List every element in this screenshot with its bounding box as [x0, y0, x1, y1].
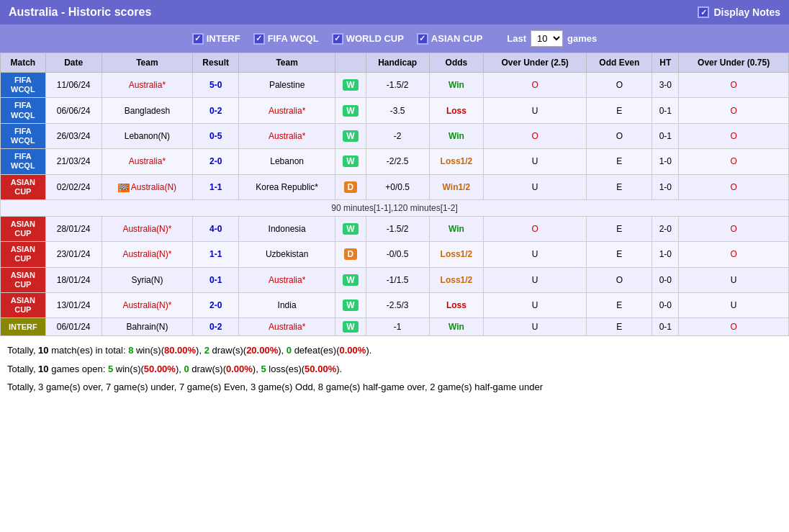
filter-interf[interactable]: ✓ INTERF: [192, 33, 240, 45]
ht-cell: 0-1: [652, 123, 679, 148]
col-match: Match: [1, 53, 46, 73]
handicap-cell: +0/0.5: [366, 174, 429, 199]
ht-cell: 0-0: [652, 293, 679, 318]
ou075-cell: O: [679, 242, 789, 267]
oe-cell: E: [587, 318, 652, 336]
filter-world-cup[interactable]: ✓ WORLD CUP: [332, 33, 404, 45]
odds-cell: Win1/2: [429, 174, 483, 199]
world-cup-label: WORLD CUP: [346, 33, 404, 44]
summary-section: Totally, 10 match(es) in total: 8 win(s)…: [0, 336, 789, 402]
odds-cell: Win: [429, 123, 483, 148]
team1-cell[interactable]: Australia*: [102, 73, 193, 98]
team2-cell[interactable]: Uzbekistan: [239, 242, 335, 267]
ht-cell: 1-0: [652, 149, 679, 174]
world-cup-checkbox[interactable]: ✓: [332, 33, 343, 45]
handicap-cell: -1: [366, 318, 429, 336]
handicap-cell: -1.5/2: [366, 73, 429, 98]
odds-cell: Loss: [429, 98, 483, 123]
oe-cell: E: [587, 242, 652, 267]
handicap-cell: -3.5: [366, 98, 429, 123]
team2-cell[interactable]: Lebanon: [239, 149, 335, 174]
team2-cell[interactable]: Australia*: [239, 318, 335, 336]
match-type-cell: ASIAN CUP: [1, 267, 46, 292]
col-ou075: Over Under (0.75): [679, 53, 789, 73]
filter-asian-cup[interactable]: ✓ ASIAN CUP: [417, 33, 483, 45]
scores-table: Match Date Team Result Team Handicap Odd…: [0, 53, 789, 336]
team1-cell[interactable]: Bangladesh: [102, 98, 193, 123]
oe-cell: O: [587, 123, 652, 148]
header-bar: Australia - Historic scores ✓ Display No…: [0, 0, 789, 24]
wdl-cell: W: [335, 293, 366, 318]
last-label: Last: [507, 33, 526, 44]
match-type-cell: ASIAN CUP: [1, 293, 46, 318]
team1-cell[interactable]: Australia(N)*: [102, 293, 193, 318]
team2-cell[interactable]: India: [239, 293, 335, 318]
team2-cell[interactable]: Palestine: [239, 73, 335, 98]
display-notes-checkbox[interactable]: ✓: [698, 6, 709, 18]
oe-cell: E: [587, 98, 652, 123]
ou25-cell: U: [484, 149, 587, 174]
filter-bar: ✓ INTERF ✓ FIFA WCQL ✓ WORLD CUP ✓ ASIAN…: [0, 24, 789, 53]
team2-cell[interactable]: Korea Republic*: [239, 174, 335, 199]
result-cell[interactable]: 4-0: [193, 216, 239, 241]
team2-cell[interactable]: Australia*: [239, 123, 335, 148]
result-cell[interactable]: 2-0: [193, 293, 239, 318]
games-label: games: [567, 33, 597, 44]
team2-cell[interactable]: Australia*: [239, 98, 335, 123]
display-notes-label: Display Notes: [713, 6, 780, 18]
team1-cell[interactable]: Bahrain(N): [102, 318, 193, 336]
ou25-cell: U: [484, 242, 587, 267]
ou25-cell: O: [484, 216, 587, 241]
fifa-wcql-checkbox[interactable]: ✓: [253, 33, 265, 45]
display-notes-toggle[interactable]: ✓ Display Notes: [698, 6, 780, 18]
team1-cell[interactable]: Australia(N)*: [102, 216, 193, 241]
result-cell[interactable]: 0-5: [193, 123, 239, 148]
filter-fifa-wcql[interactable]: ✓ FIFA WCQL: [253, 33, 319, 45]
table-row: FIFA WCQL21/03/24Australia*2-0LebanonW-2…: [1, 149, 789, 174]
team1-cell[interactable]: Australia*: [102, 149, 193, 174]
ht-cell: 1-0: [652, 242, 679, 267]
team2-cell[interactable]: Indonesia: [239, 216, 335, 241]
result-cell[interactable]: 0-1: [193, 267, 239, 292]
ht-cell: 0-0: [652, 267, 679, 292]
match-type-cell: ASIAN CUP: [1, 174, 46, 199]
odds-cell: Loss: [429, 293, 483, 318]
col-date: Date: [45, 53, 102, 73]
team1-cell[interactable]: Lebanon(N): [102, 123, 193, 148]
date-cell: 06/01/24: [45, 318, 102, 336]
summary-line3: Totally, 3 game(s) over, 7 game(s) under…: [7, 379, 782, 395]
result-cell[interactable]: 5-0: [193, 73, 239, 98]
note-row: 90 minutes[1-1],120 minutes[1-2]: [1, 199, 789, 216]
last-games-select[interactable]: 10 20 30: [531, 30, 563, 47]
asian-cup-label: ASIAN CUP: [431, 33, 483, 44]
result-cell[interactable]: 0-2: [193, 98, 239, 123]
result-cell[interactable]: 0-2: [193, 318, 239, 336]
col-team1: Team: [102, 53, 193, 73]
match-type-cell: FIFA WCQL: [1, 98, 46, 123]
team1-cell[interactable]: 🏁Australia(N): [102, 174, 193, 199]
table-row: ASIAN CUP23/01/24Australia(N)*1-1Uzbekis…: [1, 242, 789, 267]
ou075-cell: U: [679, 293, 789, 318]
handicap-cell: -2: [366, 123, 429, 148]
odds-cell: Win: [429, 216, 483, 241]
asian-cup-checkbox[interactable]: ✓: [417, 33, 428, 45]
result-cell[interactable]: 1-1: [193, 174, 239, 199]
col-handicap: Handicap: [366, 53, 429, 73]
wdl-cell: W: [335, 123, 366, 148]
oe-cell: E: [587, 293, 652, 318]
team2-cell[interactable]: Australia*: [239, 267, 335, 292]
match-type-cell: FIFA WCQL: [1, 73, 46, 98]
interf-checkbox[interactable]: ✓: [192, 33, 204, 45]
col-oe: Odd Even: [587, 53, 652, 73]
ou075-cell: O: [679, 174, 789, 199]
wdl-cell: W: [335, 73, 366, 98]
ht-cell: 2-0: [652, 216, 679, 241]
table-row: ASIAN CUP02/02/24🏁Australia(N)1-1Korea R…: [1, 174, 789, 199]
table-row: INTERF06/01/24Bahrain(N)0-2Australia*W-1…: [1, 318, 789, 336]
team1-cell[interactable]: Australia(N)*: [102, 242, 193, 267]
result-cell[interactable]: 2-0: [193, 149, 239, 174]
match-type-cell: INTERF: [1, 318, 46, 336]
result-cell[interactable]: 1-1: [193, 242, 239, 267]
team1-cell[interactable]: Syria(N): [102, 267, 193, 292]
date-cell: 23/01/24: [45, 242, 102, 267]
